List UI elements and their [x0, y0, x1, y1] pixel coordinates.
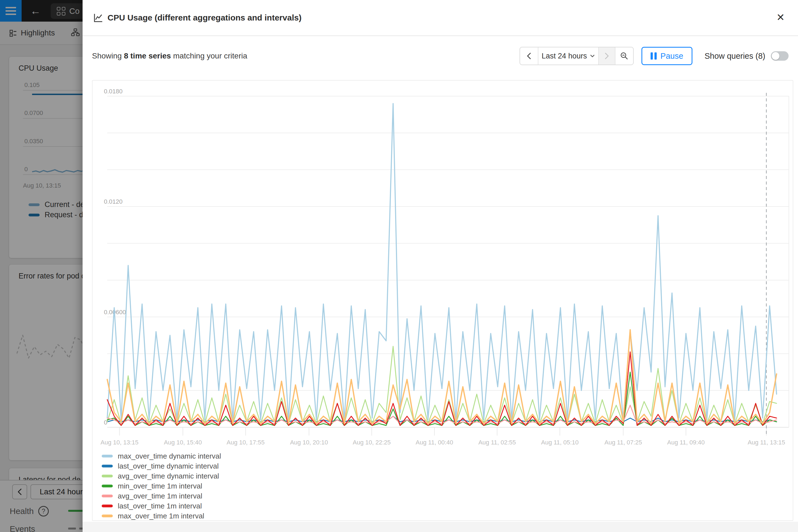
legend-label: min_over_time 1m interval: [118, 482, 202, 491]
timerange-forward-button[interactable]: [599, 48, 615, 64]
modal-title: CPU Usage (different aggregations and in…: [108, 0, 302, 36]
legend-label: max_over_time dynamic interval: [118, 452, 221, 460]
modal-header: CPU Usage (different aggregations and in…: [82, 0, 798, 36]
modal-body: Showing 8 time series matching your crit…: [82, 36, 798, 522]
legend-item[interactable]: last_over_time dynamic interval: [102, 462, 221, 470]
legend-item[interactable]: last_over_time 1m interval: [102, 502, 221, 510]
chevron-down-icon: [590, 55, 595, 57]
timerange-dropdown[interactable]: Last 24 hours: [538, 48, 598, 64]
close-icon[interactable]: ✕: [773, 10, 788, 25]
chart-toolbar: Showing 8 time series matching your crit…: [92, 46, 788, 66]
x-axis-label: Aug 11, 07:25: [605, 439, 642, 446]
x-axis-label: Aug 11, 09:40: [667, 439, 705, 446]
x-axis-label: Aug 10, 20:10: [290, 439, 328, 446]
legend-swatch: [102, 455, 113, 457]
chart-container[interactable]: 00.006000.01200.0180Aug 10, 13:15Aug 10,…: [92, 80, 793, 521]
legend-label: avg_over_time 1m interval: [118, 492, 202, 500]
x-axis-label: Aug 10, 15:40: [164, 439, 202, 446]
legend-label: avg_over_time dynamic interval: [118, 472, 219, 480]
legend-swatch: [102, 475, 113, 477]
x-axis-label: Aug 10, 13:15: [100, 439, 138, 446]
x-axis-label: Aug 11, 13:15: [747, 439, 785, 446]
legend-swatch: [102, 484, 113, 488]
legend-item[interactable]: avg_over_time 1m interval: [102, 492, 221, 499]
modal-backdrop[interactable]: [0, 0, 82, 532]
timerange-label: Last 24 hours: [542, 52, 587, 60]
show-queries-toggle[interactable]: [771, 51, 788, 61]
legend-label: max_over_time 1m interval: [118, 512, 204, 520]
legend-item[interactable]: max_over_time 1m interval: [102, 512, 221, 519]
legend-swatch: [102, 465, 113, 468]
x-axis-label: Aug 11, 02:55: [478, 439, 516, 446]
legend-item[interactable]: min_over_time 1m interval: [102, 482, 221, 490]
x-axis-label: Aug 11, 00:40: [416, 439, 453, 446]
x-axis-label: Aug 10, 22:25: [353, 439, 391, 446]
show-queries-label: Show queries (8): [705, 52, 765, 61]
chart-modal: CPU Usage (different aggregations and in…: [82, 0, 798, 532]
legend-swatch: [102, 515, 113, 517]
legend-label: last_over_time 1m interval: [118, 502, 202, 510]
x-axis-label: Aug 10, 17:55: [227, 439, 265, 446]
zoom-out-icon[interactable]: [615, 48, 633, 64]
y-axis-label: 0.0120: [104, 198, 122, 205]
chart-legend: max_over_time dynamic intervallast_over_…: [102, 453, 221, 522]
timerange-back-button[interactable]: [520, 48, 538, 64]
legend-label: last_over_time dynamic interval: [118, 462, 218, 471]
legend-item[interactable]: max_over_time dynamic interval: [102, 453, 221, 460]
legend-swatch: [102, 505, 113, 507]
pause-button[interactable]: Pause: [642, 47, 692, 65]
pause-icon: [651, 52, 657, 60]
legend-item[interactable]: avg_over_time dynamic interval: [102, 472, 221, 480]
y-axis-label: 0.0180: [104, 88, 122, 95]
series-max_over_time-dynamic-interval: [107, 103, 777, 420]
timerange-control: Last 24 hours: [519, 47, 634, 65]
legend-swatch: [102, 495, 113, 497]
x-axis-label: Aug 11, 05:10: [541, 439, 578, 446]
line-chart-icon: [93, 13, 103, 23]
showing-summary: Showing 8 time series matching your crit…: [92, 52, 247, 60]
y-axis-label: 0: [104, 419, 107, 426]
